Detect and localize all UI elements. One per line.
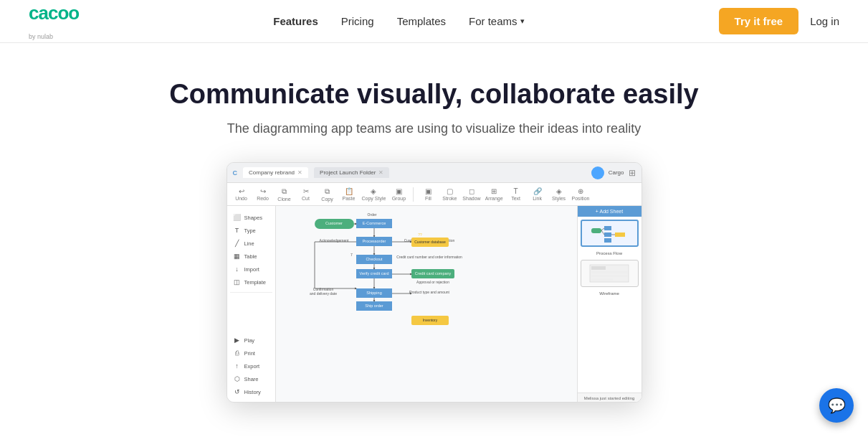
- svg-text:Credit card company: Credit card company: [414, 271, 451, 276]
- toolbar-shadow[interactable]: ◻Shadow: [462, 187, 480, 201]
- hero-section: Communicate visually, collaborate easily…: [0, 43, 868, 424]
- try-it-free-button[interactable]: Try it free: [719, 8, 799, 34]
- panel-wireframe-label: Wireframe: [581, 291, 639, 296]
- diagram-svg: Customer Order E-Commerce Acknowledgemen…: [276, 206, 577, 403]
- chat-icon: 💬: [828, 397, 846, 414]
- toolbar-copy-style[interactable]: ◈Copy Style: [362, 187, 386, 201]
- navbar: cacoo by nulab Features Pricing Template…: [0, 0, 868, 43]
- nav-for-teams[interactable]: For teams ▾: [469, 15, 525, 27]
- logo-text: cacoo: [29, 2, 79, 24]
- sidebar-print[interactable]: ⎙ Print: [230, 347, 272, 359]
- toolbar-stroke[interactable]: ▢Stroke: [441, 187, 458, 201]
- svg-rect-35: [604, 238, 611, 243]
- svg-text:Approval or rejection: Approval or rejection: [416, 280, 449, 284]
- app-mockup: C Company rebrand ✕ Project Launch Folde…: [226, 162, 642, 403]
- sidebar-line[interactable]: ╱ Line: [230, 238, 272, 249]
- toolbar-text[interactable]: TText: [507, 187, 525, 201]
- history-icon: ↺: [233, 388, 242, 395]
- svg-rect-44: [591, 278, 613, 281]
- svg-line-37: [601, 228, 604, 230]
- svg-text:Customer database: Customer database: [414, 240, 446, 244]
- app-right-panel: + Add Sheet Process Fl: [577, 206, 642, 403]
- svg-rect-43: [591, 275, 627, 277]
- collaboration-message: Melissa just started editing: [578, 393, 642, 403]
- svg-rect-42: [591, 271, 627, 273]
- svg-text:Customer: Customer: [325, 221, 343, 225]
- svg-text:Ship order: Ship order: [365, 304, 383, 308]
- sidebar-history[interactable]: ↺ History: [230, 386, 272, 398]
- toolbar-position[interactable]: ⊕Position: [572, 187, 590, 201]
- svg-text:Processorder: Processorder: [362, 239, 386, 243]
- toolbar-separator: [413, 187, 414, 202]
- chevron-down-icon: ▾: [520, 17, 525, 26]
- user-name: Cargo: [609, 169, 624, 176]
- toolbar-undo[interactable]: ↩Undo: [233, 187, 250, 201]
- svg-text:Shipping: Shipping: [366, 291, 381, 295]
- sidebar-share[interactable]: ⬡ Share: [230, 373, 272, 385]
- svg-text:Verify credit card: Verify credit card: [359, 271, 388, 276]
- logo[interactable]: cacoo by nulab: [29, 2, 79, 40]
- grid-icon: ⊞: [629, 168, 636, 178]
- svg-text:??: ??: [418, 232, 422, 237]
- user-avatar: [591, 166, 604, 179]
- panel-thumbnail-process[interactable]: [581, 220, 639, 247]
- app-body: ⬜ Shapes T Type ╱ Line ▦ Table: [227, 206, 642, 403]
- nav-templates[interactable]: Templates: [397, 15, 446, 27]
- sidebar-export[interactable]: ↑ Export: [230, 360, 272, 372]
- sidebar-import[interactable]: ↓ Import: [230, 263, 272, 275]
- play-icon: ▶: [233, 337, 242, 344]
- sidebar-template[interactable]: ◫ Template: [230, 276, 272, 288]
- toolbar-paste[interactable]: 📋Paste: [340, 187, 358, 201]
- tab-project-launch[interactable]: Project Launch Folder ✕: [314, 167, 389, 178]
- panel-thumbnail-wireframe[interactable]: [581, 260, 639, 287]
- share-icon: ⬡: [233, 375, 242, 382]
- add-sheet-button[interactable]: + Add Sheet: [578, 206, 642, 217]
- toolbar-arrange[interactable]: ⊞Arrange: [485, 187, 503, 201]
- print-icon: ⎙: [233, 349, 242, 357]
- app-screenshot-container: C Company rebrand ✕ Project Launch Folde…: [29, 162, 839, 403]
- sidebar-table[interactable]: ▦ Table: [230, 250, 272, 262]
- export-icon: ↑: [233, 362, 242, 370]
- app-sidebar: ⬜ Shapes T Type ╱ Line ▦ Table: [227, 206, 276, 403]
- hero-title: Communicate visually, collaborate easily: [29, 79, 839, 110]
- svg-line-38: [601, 230, 604, 235]
- svg-text:E-Commerce: E-Commerce: [362, 221, 385, 225]
- toolbar-redo[interactable]: ↪Redo: [254, 187, 272, 201]
- template-icon: ◫: [233, 278, 242, 286]
- table-icon: ▦: [233, 253, 242, 260]
- type-icon: T: [233, 227, 242, 234]
- toolbar-group[interactable]: ▣Group: [390, 187, 407, 201]
- toolbar-copy[interactable]: ⧉Copy: [319, 187, 336, 202]
- sidebar-bottom: ▶ Play ⎙ Print ↑ Export ⬡: [230, 334, 272, 398]
- toolbar-styles[interactable]: ◈Styles: [550, 187, 568, 201]
- shapes-icon: ⬜: [233, 214, 242, 221]
- nav-actions: Try it free Log in: [719, 8, 839, 34]
- chat-widget-button[interactable]: 💬: [819, 388, 854, 423]
- logo-sub: by nulab: [29, 33, 79, 40]
- nav-pricing[interactable]: Pricing: [341, 15, 374, 27]
- svg-rect-36: [615, 232, 625, 237]
- svg-text:Order: Order: [367, 212, 376, 217]
- sidebar-shapes[interactable]: ⬜ Shapes: [230, 212, 272, 223]
- line-icon: ╱: [233, 240, 242, 247]
- login-button[interactable]: Log in: [810, 15, 839, 27]
- toolbar-link[interactable]: 🔗Link: [529, 187, 546, 201]
- app-toolbar: ↩Undo ↪Redo ⧉Clone ✂Cut ⧉Copy 📋Paste ◈Co…: [227, 183, 642, 206]
- svg-text:Credit card number and order i: Credit card number and order information: [396, 255, 462, 259]
- svg-rect-32: [591, 228, 601, 233]
- tab-company-rebrand[interactable]: Company rebrand ✕: [243, 167, 308, 178]
- toolbar-cut[interactable]: ✂Cut: [297, 187, 315, 201]
- app-canvas[interactable]: Customer Order E-Commerce Acknowledgemen…: [276, 206, 577, 403]
- sidebar-divider: [230, 292, 272, 293]
- sidebar-type[interactable]: T Type: [230, 225, 272, 236]
- svg-text:Product type and amount: Product type and amount: [409, 290, 449, 294]
- nav-features[interactable]: Features: [273, 15, 318, 27]
- sidebar-play[interactable]: ▶ Play: [230, 334, 272, 346]
- import-icon: ↓: [233, 266, 242, 273]
- svg-rect-34: [604, 232, 611, 237]
- toolbar-clone[interactable]: ⧉Clone: [276, 187, 293, 202]
- panel-process-label: Process Flow: [581, 251, 639, 255]
- toolbar-fill[interactable]: ▣Fill: [419, 187, 437, 201]
- svg-rect-33: [604, 226, 611, 230]
- hero-subtitle: The diagramming app teams are using to v…: [183, 121, 685, 136]
